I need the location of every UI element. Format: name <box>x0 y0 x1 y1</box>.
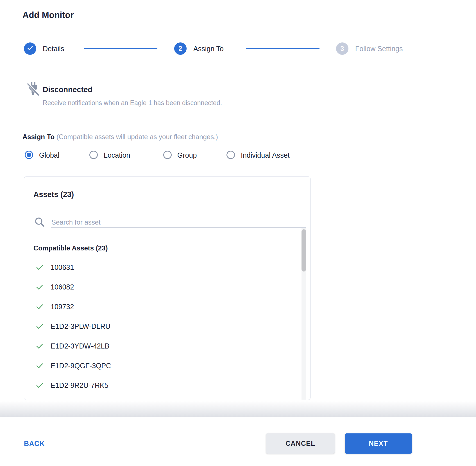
green-check-icon <box>35 361 44 370</box>
asset-id: E1D2-9QGF-3QPC <box>51 362 111 370</box>
back-button[interactable]: BACK <box>24 440 45 448</box>
scrollbar-thumb[interactable] <box>302 229 306 272</box>
compatible-assets-header: Compatible Assets (23) <box>33 244 108 252</box>
asset-row: E1D2-9QGF-3QPC <box>35 356 288 375</box>
radio-global-label[interactable]: Global <box>39 151 59 159</box>
check-icon <box>26 44 34 53</box>
compatible-assets-list: 100631 106082 109732 E1D2-3PLW-DLRU E1D2… <box>35 257 288 395</box>
assign-to-hint: (Compatible assets will update as your f… <box>56 133 218 141</box>
green-check-icon <box>35 381 44 390</box>
step-3-number: 3 <box>341 45 344 53</box>
asset-row: E1D2-3PLW-DLRU <box>35 316 288 336</box>
asset-id: E1D2-3YDW-42LB <box>51 342 109 350</box>
step-2-label[interactable]: Assign To <box>193 45 224 53</box>
radio-group-label[interactable]: Group <box>177 151 197 159</box>
step-1-indicator[interactable] <box>24 42 36 55</box>
green-check-icon <box>35 322 44 331</box>
step-2-number: 2 <box>179 45 182 53</box>
asset-row: 106082 <box>35 277 288 297</box>
step-3-indicator: 3 <box>336 42 348 55</box>
search-icon <box>34 217 45 227</box>
assign-to-row: Assign To (Compatible assets will update… <box>22 133 218 141</box>
asset-row: E1D2-9R2U-7RK5 <box>35 375 288 395</box>
assign-to-label: Assign To <box>22 133 55 141</box>
asset-id: 100631 <box>51 263 74 272</box>
radio-individual-asset[interactable] <box>226 151 235 159</box>
monitor-type-title: Disconnected <box>43 85 92 94</box>
asset-id: E1D2-3PLW-DLRU <box>51 322 110 331</box>
asset-id: 109732 <box>51 303 74 311</box>
search-input[interactable] <box>51 216 299 229</box>
step-3-label: Follow Settings <box>355 45 403 53</box>
search-underline <box>51 227 306 228</box>
radio-group[interactable] <box>163 151 172 159</box>
green-check-icon <box>35 342 44 350</box>
green-check-icon <box>35 302 44 311</box>
radio-selected-dot <box>27 153 31 157</box>
green-check-icon <box>35 263 44 272</box>
asset-row: 109732 <box>35 297 288 316</box>
asset-row: 100631 <box>35 257 288 277</box>
asset-row: E1D2-3YDW-42LB <box>35 336 288 356</box>
monitor-type-description: Receive notifications when an Eagle 1 ha… <box>43 99 222 107</box>
radio-individual-asset-label[interactable]: Individual Asset <box>241 151 290 159</box>
page-title: Add Monitor <box>22 10 74 20</box>
green-check-icon <box>35 283 44 291</box>
radio-location-label[interactable]: Location <box>104 151 130 159</box>
assets-panel-title: Assets (23) <box>33 190 74 199</box>
add-monitor-dialog: Add Monitor Details 2 Assign To 3 Follow… <box>0 0 476 466</box>
step-connector-1 <box>84 48 157 49</box>
step-connector-2 <box>246 48 319 49</box>
step-2-indicator[interactable]: 2 <box>174 42 187 55</box>
asset-id: E1D2-9R2U-7RK5 <box>51 381 108 390</box>
cancel-button[interactable]: CANCEL <box>266 433 335 454</box>
next-button[interactable]: NEXT <box>345 433 412 454</box>
radio-global[interactable] <box>25 151 33 159</box>
radio-location[interactable] <box>89 151 98 159</box>
assets-panel: Assets (23) Compatible Assets (23) 10063… <box>24 177 310 400</box>
asset-id: 106082 <box>51 283 74 291</box>
step-1-label[interactable]: Details <box>43 45 64 53</box>
disconnected-plug-icon <box>26 82 40 96</box>
footer-shadow <box>0 401 476 417</box>
